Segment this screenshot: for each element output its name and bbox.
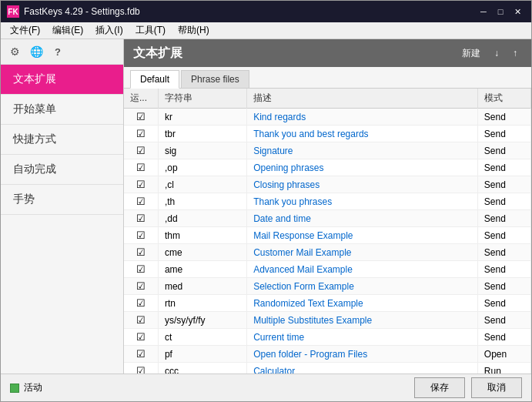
row-mode: Send [477, 126, 530, 142]
row-desc: Opening phrases [247, 159, 478, 176]
table-container[interactable]: 运... 字符串 描述 模式 ☑krKind regardsSend☑tbrTh… [124, 89, 531, 374]
row-abbr: ,dd [158, 210, 246, 227]
new-button[interactable]: 新建 [457, 45, 485, 62]
row-abbr: ys/sy/yf/fy [158, 312, 246, 329]
row-desc: Signature [247, 142, 478, 159]
table-body: ☑krKind regardsSend☑tbrThank you and bes… [124, 109, 531, 374]
help-icon[interactable]: ? [50, 44, 65, 59]
arrow-down-button[interactable]: ↓ [490, 46, 504, 60]
table-row[interactable]: ☑ameAdvanced Mail ExampleSend [124, 261, 531, 278]
gear-icon[interactable]: ⚙ [7, 44, 22, 59]
row-abbr: sig [158, 142, 246, 159]
row-checkbox[interactable]: ☑ [124, 363, 158, 374]
row-mode: Send [477, 329, 530, 346]
row-mode: Send [477, 295, 530, 312]
close-button[interactable]: ✕ [510, 5, 525, 18]
menu-file[interactable]: 文件(F) [4, 22, 46, 39]
table-row[interactable]: ☑,clClosing phrasesSend [124, 176, 531, 193]
row-checkbox[interactable]: ☑ [124, 210, 158, 227]
sidebar-item-autocomplete[interactable]: 自动完成 [1, 155, 123, 185]
panel-header: 文本扩展 新建 ↓ ↑ [124, 39, 531, 67]
th-desc: 描述 [247, 89, 478, 109]
menu-insert[interactable]: 插入(I) [89, 22, 129, 39]
row-checkbox[interactable]: ☑ [124, 312, 158, 329]
row-checkbox[interactable]: ☑ [124, 329, 158, 346]
minimize-button[interactable]: ─ [476, 5, 491, 18]
table-row[interactable]: ☑thmMail Response ExampleSend [124, 227, 531, 244]
row-checkbox[interactable]: ☑ [124, 126, 158, 142]
sidebar-item-shortcuts[interactable]: 快捷方式 [1, 125, 123, 155]
row-mode: Send [477, 278, 530, 295]
table-row[interactable]: ☑rtnRandomized Text ExampleSend [124, 295, 531, 312]
row-mode: Send [477, 210, 530, 227]
footer-left: 活动 [10, 381, 42, 394]
row-desc: Selection Form Example [247, 278, 478, 295]
table-row[interactable]: ☑,opOpening phrasesSend [124, 159, 531, 176]
tab-phrase-files[interactable]: Phrase files [181, 70, 249, 88]
row-desc: Current time [247, 329, 478, 346]
window-controls: ─ □ ✕ [476, 5, 525, 18]
arrow-up-button[interactable]: ↑ [508, 46, 522, 60]
row-checkbox[interactable]: ☑ [124, 142, 158, 159]
main-window: FK FastKeys 4.29 - Settings.fdb ─ □ ✕ 文件… [0, 0, 532, 402]
table-row[interactable]: ☑sigSignatureSend [124, 142, 531, 159]
row-checkbox[interactable]: ☑ [124, 227, 158, 244]
row-desc: Multiple Substitutes Example [247, 312, 478, 329]
sidebar-item-text-expansion[interactable]: 文本扩展 [1, 65, 123, 95]
table-row[interactable]: ☑tbrThank you and best regardsSend [124, 126, 531, 142]
row-checkbox[interactable]: ☑ [124, 295, 158, 312]
row-abbr: tbr [158, 126, 246, 142]
table-row[interactable]: ☑,thThank you phrasesSend [124, 193, 531, 210]
row-mode: Send [477, 193, 530, 210]
row-desc: Customer Mail Example [247, 244, 478, 261]
sidebar: ⚙ 🌐 ? 文本扩展 开始菜单 快捷方式 自动完成 手势 [1, 39, 124, 374]
row-checkbox[interactable]: ☑ [124, 159, 158, 176]
row-checkbox[interactable]: ☑ [124, 346, 158, 363]
row-desc: Open folder - Program Files [247, 346, 478, 363]
row-mode: Run [477, 363, 530, 374]
window-title: FastKeys 4.29 - Settings.fdb [24, 6, 140, 17]
save-button[interactable]: 保存 [414, 377, 465, 398]
status-label: 活动 [24, 381, 42, 394]
row-checkbox[interactable]: ☑ [124, 261, 158, 278]
th-enabled: 运... [124, 89, 158, 109]
row-mode: Send [477, 159, 530, 176]
table-row[interactable]: ☑medSelection Form ExampleSend [124, 278, 531, 295]
title-bar-left: FK FastKeys 4.29 - Settings.fdb [7, 5, 140, 18]
tab-default[interactable]: Default [130, 70, 179, 89]
footer-right: 保存 取消 [414, 377, 522, 398]
table-row[interactable]: ☑ctCurrent timeSend [124, 329, 531, 346]
table-row[interactable]: ☑krKind regardsSend [124, 109, 531, 126]
table-row[interactable]: ☑ys/sy/yf/fyMultiple Substitutes Example… [124, 312, 531, 329]
table-row[interactable]: ☑,ddDate and timeSend [124, 210, 531, 227]
row-mode: Send [477, 261, 530, 278]
row-checkbox[interactable]: ☑ [124, 109, 158, 126]
th-abbr: 字符串 [158, 89, 246, 109]
row-checkbox[interactable]: ☑ [124, 278, 158, 295]
table-row[interactable]: ☑pfOpen folder - Program FilesOpen [124, 346, 531, 363]
menu-tools[interactable]: 工具(T) [129, 22, 172, 39]
row-desc: Kind regards [247, 109, 478, 126]
menu-edit[interactable]: 编辑(E) [46, 22, 89, 39]
row-checkbox[interactable]: ☑ [124, 193, 158, 210]
right-panel: 文本扩展 新建 ↓ ↑ Default Phrase files 运... [124, 39, 531, 374]
sidebar-item-start-menu[interactable]: 开始菜单 [1, 95, 123, 125]
table-row[interactable]: ☑cccCalculatorRun [124, 363, 531, 374]
row-checkbox[interactable]: ☑ [124, 176, 158, 193]
sidebar-item-gestures[interactable]: 手势 [1, 185, 123, 215]
row-desc: Advanced Mail Example [247, 261, 478, 278]
menu-help[interactable]: 帮助(H) [172, 22, 216, 39]
table-row[interactable]: ☑cmeCustomer Mail ExampleSend [124, 244, 531, 261]
row-checkbox[interactable]: ☑ [124, 244, 158, 261]
row-desc: Thank you and best regards [247, 126, 478, 142]
th-mode: 模式 [477, 89, 530, 109]
status-indicator [10, 384, 19, 393]
cancel-button[interactable]: 取消 [471, 377, 522, 398]
globe-icon[interactable]: 🌐 [28, 44, 44, 59]
menu-bar: 文件(F) 编辑(E) 插入(I) 工具(T) 帮助(H) [1, 22, 531, 39]
row-abbr: med [158, 278, 246, 295]
row-desc: Thank you phrases [247, 193, 478, 210]
row-desc: Mail Response Example [247, 227, 478, 244]
app-icon: FK [7, 5, 19, 18]
maximize-button[interactable]: □ [493, 5, 508, 18]
